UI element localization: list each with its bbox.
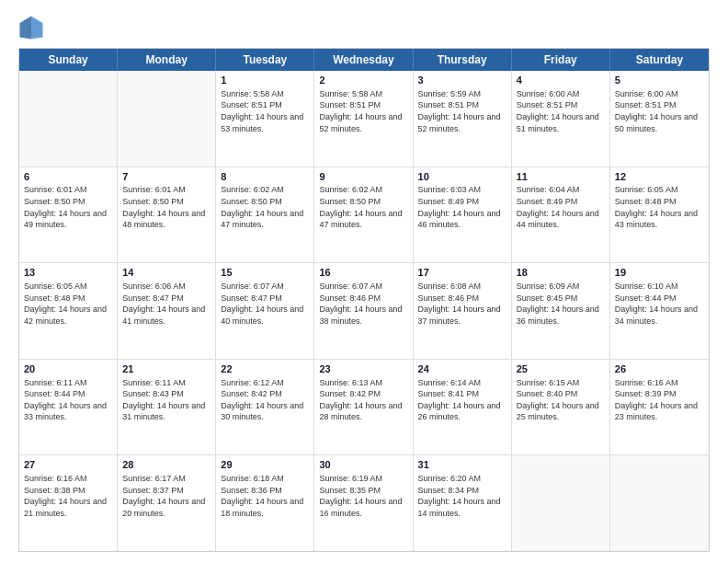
header bbox=[18, 15, 710, 40]
day-number: 9 bbox=[319, 170, 407, 184]
calendar-day-6: 6Sunrise: 6:01 AM Sunset: 8:50 PM Daylig… bbox=[19, 167, 118, 263]
calendar-day-19: 19Sunrise: 6:10 AM Sunset: 8:44 PM Dayli… bbox=[610, 263, 709, 359]
day-number: 12 bbox=[615, 170, 704, 184]
day-number: 29 bbox=[221, 458, 309, 472]
calendar-day-23: 23Sunrise: 6:13 AM Sunset: 8:42 PM Dayli… bbox=[314, 360, 413, 455]
svg-marker-2 bbox=[19, 16, 31, 39]
day-number: 3 bbox=[418, 74, 506, 87]
cell-info: Sunrise: 6:00 AM Sunset: 8:51 PM Dayligh… bbox=[517, 88, 605, 134]
day-number: 13 bbox=[24, 266, 112, 280]
cell-info: Sunrise: 6:10 AM Sunset: 8:44 PM Dayligh… bbox=[615, 281, 704, 327]
calendar-day-17: 17Sunrise: 6:08 AM Sunset: 8:46 PM Dayli… bbox=[414, 263, 512, 359]
svg-marker-1 bbox=[31, 16, 43, 39]
cell-info: Sunrise: 6:18 AM Sunset: 8:36 PM Dayligh… bbox=[221, 473, 309, 519]
cell-info: Sunrise: 6:02 AM Sunset: 8:50 PM Dayligh… bbox=[319, 184, 407, 230]
day-number: 14 bbox=[122, 266, 210, 280]
day-number: 18 bbox=[517, 266, 605, 280]
page: SundayMondayTuesdayWednesdayThursdayFrid… bbox=[0, 0, 728, 563]
calendar-day-24: 24Sunrise: 6:14 AM Sunset: 8:41 PM Dayli… bbox=[414, 360, 512, 455]
calendar-day-3: 3Sunrise: 5:59 AM Sunset: 8:51 PM Daylig… bbox=[414, 71, 512, 167]
cell-info: Sunrise: 5:58 AM Sunset: 8:51 PM Dayligh… bbox=[319, 88, 407, 134]
calendar-day-30: 30Sunrise: 6:19 AM Sunset: 8:35 PM Dayli… bbox=[314, 455, 413, 551]
cell-info: Sunrise: 6:05 AM Sunset: 8:48 PM Dayligh… bbox=[615, 184, 704, 230]
cell-info: Sunrise: 6:12 AM Sunset: 8:42 PM Dayligh… bbox=[221, 377, 309, 423]
calendar-week-5: 27Sunrise: 6:16 AM Sunset: 8:38 PM Dayli… bbox=[19, 455, 709, 551]
day-number: 6 bbox=[24, 170, 112, 184]
day-number: 2 bbox=[319, 74, 407, 87]
calendar-day-9: 9Sunrise: 6:02 AM Sunset: 8:50 PM Daylig… bbox=[314, 167, 413, 263]
cell-info: Sunrise: 6:13 AM Sunset: 8:42 PM Dayligh… bbox=[319, 377, 407, 423]
calendar-empty-cell bbox=[512, 455, 610, 551]
calendar-day-12: 12Sunrise: 6:05 AM Sunset: 8:48 PM Dayli… bbox=[610, 167, 709, 263]
calendar-day-14: 14Sunrise: 6:06 AM Sunset: 8:47 PM Dayli… bbox=[118, 263, 216, 359]
header-day-friday: Friday bbox=[512, 49, 610, 71]
header-day-monday: Monday bbox=[118, 49, 216, 71]
day-number: 28 bbox=[122, 458, 210, 472]
cell-info: Sunrise: 6:06 AM Sunset: 8:47 PM Dayligh… bbox=[122, 281, 210, 327]
cell-info: Sunrise: 6:07 AM Sunset: 8:47 PM Dayligh… bbox=[221, 281, 309, 327]
day-number: 21 bbox=[122, 362, 210, 376]
day-number: 17 bbox=[418, 266, 506, 280]
day-number: 24 bbox=[418, 362, 506, 376]
calendar-day-20: 20Sunrise: 6:11 AM Sunset: 8:44 PM Dayli… bbox=[19, 360, 118, 455]
calendar-day-26: 26Sunrise: 6:16 AM Sunset: 8:39 PM Dayli… bbox=[610, 360, 709, 455]
calendar-day-22: 22Sunrise: 6:12 AM Sunset: 8:42 PM Dayli… bbox=[216, 360, 314, 455]
calendar-week-1: 1Sunrise: 5:58 AM Sunset: 8:51 PM Daylig… bbox=[19, 71, 709, 167]
cell-info: Sunrise: 6:16 AM Sunset: 8:39 PM Dayligh… bbox=[615, 377, 704, 423]
day-number: 8 bbox=[221, 170, 309, 184]
cell-info: Sunrise: 6:14 AM Sunset: 8:41 PM Dayligh… bbox=[418, 377, 506, 423]
calendar-header: SundayMondayTuesdayWednesdayThursdayFrid… bbox=[19, 49, 709, 71]
day-number: 23 bbox=[319, 362, 407, 376]
day-number: 26 bbox=[615, 362, 704, 376]
day-number: 31 bbox=[418, 458, 506, 472]
calendar-day-7: 7Sunrise: 6:01 AM Sunset: 8:50 PM Daylig… bbox=[118, 167, 216, 263]
cell-info: Sunrise: 6:07 AM Sunset: 8:46 PM Dayligh… bbox=[319, 281, 407, 327]
day-number: 20 bbox=[24, 362, 112, 376]
day-number: 25 bbox=[517, 362, 605, 376]
calendar-day-13: 13Sunrise: 6:05 AM Sunset: 8:48 PM Dayli… bbox=[19, 263, 118, 359]
calendar-day-28: 28Sunrise: 6:17 AM Sunset: 8:37 PM Dayli… bbox=[118, 455, 216, 551]
calendar-empty-cell bbox=[118, 71, 216, 167]
day-number: 27 bbox=[24, 458, 112, 472]
day-number: 4 bbox=[517, 74, 605, 87]
header-day-wednesday: Wednesday bbox=[314, 49, 413, 71]
calendar-day-2: 2Sunrise: 5:58 AM Sunset: 8:51 PM Daylig… bbox=[314, 71, 413, 167]
calendar-empty-cell bbox=[610, 455, 709, 551]
cell-info: Sunrise: 6:02 AM Sunset: 8:50 PM Dayligh… bbox=[221, 184, 309, 230]
cell-info: Sunrise: 6:17 AM Sunset: 8:37 PM Dayligh… bbox=[122, 473, 210, 519]
day-number: 5 bbox=[615, 74, 704, 87]
logo-icon bbox=[18, 15, 44, 40]
calendar-day-27: 27Sunrise: 6:16 AM Sunset: 8:38 PM Dayli… bbox=[19, 455, 118, 551]
calendar-day-25: 25Sunrise: 6:15 AM Sunset: 8:40 PM Dayli… bbox=[512, 360, 610, 455]
day-number: 10 bbox=[418, 170, 506, 184]
calendar-day-29: 29Sunrise: 6:18 AM Sunset: 8:36 PM Dayli… bbox=[216, 455, 314, 551]
calendar: SundayMondayTuesdayWednesdayThursdayFrid… bbox=[18, 48, 710, 552]
cell-info: Sunrise: 6:20 AM Sunset: 8:34 PM Dayligh… bbox=[418, 473, 506, 519]
calendar-day-10: 10Sunrise: 6:03 AM Sunset: 8:49 PM Dayli… bbox=[414, 167, 512, 263]
calendar-empty-cell bbox=[19, 71, 118, 167]
calendar-day-5: 5Sunrise: 6:00 AM Sunset: 8:51 PM Daylig… bbox=[610, 71, 709, 167]
day-number: 16 bbox=[319, 266, 407, 280]
calendar-day-15: 15Sunrise: 6:07 AM Sunset: 8:47 PM Dayli… bbox=[216, 263, 314, 359]
cell-info: Sunrise: 6:03 AM Sunset: 8:49 PM Dayligh… bbox=[418, 184, 506, 230]
day-number: 1 bbox=[221, 74, 309, 87]
header-day-thursday: Thursday bbox=[414, 49, 512, 71]
logo bbox=[18, 15, 48, 40]
calendar-week-3: 13Sunrise: 6:05 AM Sunset: 8:48 PM Dayli… bbox=[19, 263, 709, 360]
cell-info: Sunrise: 6:09 AM Sunset: 8:45 PM Dayligh… bbox=[517, 281, 605, 327]
cell-info: Sunrise: 6:04 AM Sunset: 8:49 PM Dayligh… bbox=[517, 184, 605, 230]
calendar-day-16: 16Sunrise: 6:07 AM Sunset: 8:46 PM Dayli… bbox=[314, 263, 413, 359]
header-day-saturday: Saturday bbox=[610, 49, 709, 71]
calendar-week-2: 6Sunrise: 6:01 AM Sunset: 8:50 PM Daylig… bbox=[19, 167, 709, 264]
calendar-day-8: 8Sunrise: 6:02 AM Sunset: 8:50 PM Daylig… bbox=[216, 167, 314, 263]
day-number: 19 bbox=[615, 266, 704, 280]
day-number: 30 bbox=[319, 458, 407, 472]
cell-info: Sunrise: 6:00 AM Sunset: 8:51 PM Dayligh… bbox=[615, 88, 704, 134]
header-day-sunday: Sunday bbox=[19, 49, 118, 71]
day-number: 22 bbox=[221, 362, 309, 376]
cell-info: Sunrise: 6:08 AM Sunset: 8:46 PM Dayligh… bbox=[418, 281, 506, 327]
cell-info: Sunrise: 6:05 AM Sunset: 8:48 PM Dayligh… bbox=[24, 281, 112, 327]
header-day-tuesday: Tuesday bbox=[216, 49, 314, 71]
calendar-week-4: 20Sunrise: 6:11 AM Sunset: 8:44 PM Dayli… bbox=[19, 360, 709, 456]
day-number: 15 bbox=[221, 266, 309, 280]
